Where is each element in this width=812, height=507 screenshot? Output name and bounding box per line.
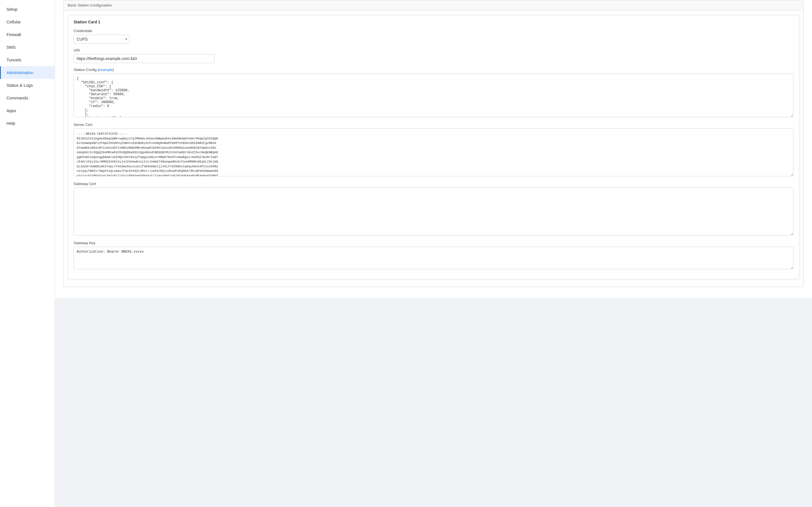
uri-input[interactable] [73, 54, 214, 63]
sidebar-item-setup[interactable]: Setup [0, 3, 55, 15]
station-card-title: Station Card 1 [73, 20, 794, 24]
sidebar-item-administration[interactable]: Administration [0, 66, 55, 79]
main-content: Basic Station Configuration Station Card… [55, 0, 812, 507]
server-cert-field-group: Server Cert -----BEGIN CERTIFICATE----- … [73, 122, 794, 177]
basic-station-config-section: Basic Station Configuration Station Card… [63, 0, 804, 287]
gateway-key-label: Gateway Key [73, 241, 794, 245]
gateway-cert-label: Gateway Cert [73, 182, 794, 186]
example-link[interactable]: example [99, 68, 113, 72]
sidebar-item-commands[interactable]: Commands [0, 92, 55, 104]
sidebar: SetupCellularFirewallSMSTunnelsAdministr… [0, 0, 55, 507]
station-config-field-group: Station Config (example) { "SX1301_conf"… [73, 68, 794, 118]
gateway-cert-field-group: Gateway Cert [73, 182, 794, 236]
section-body: Station Card 1 Credentials CUPSLNSNone ▾ [64, 10, 803, 287]
sidebar-item-sms[interactable]: SMS [0, 41, 55, 54]
sidebar-item-apps[interactable]: Apps [0, 104, 55, 117]
uri-field-group: URI [73, 48, 794, 63]
credentials-select-wrapper: CUPSLNSNone ▾ [73, 35, 130, 44]
uri-label: URI [73, 48, 794, 52]
server-cert-textarea[interactable]: -----BEGIN CERTIFICATE----- MIIDSjCCAjKg… [73, 128, 794, 176]
credentials-select[interactable]: CUPSLNSNone [73, 35, 130, 44]
station-config-textarea[interactable]: { "SX1301_conf": { "chan_FSK": { "bandwi… [73, 73, 794, 117]
station-config-label: Station Config (example) [73, 68, 794, 72]
gateway-key-field-group: Gateway Key Authorization: Bearer NNSXS.… [73, 241, 794, 270]
sidebar-item-help[interactable]: Help [0, 117, 55, 129]
sidebar-item-cellular[interactable]: Cellular [0, 15, 55, 28]
server-cert-label: Server Cert [73, 122, 794, 127]
sidebar-item-tunnels[interactable]: Tunnels [0, 54, 55, 66]
credentials-field-group: Credentials CUPSLNSNone ▾ [73, 29, 794, 44]
gateway-key-textarea[interactable]: Authorization: Bearer NNSXS.xxxxx [73, 247, 794, 269]
gateway-cert-textarea[interactable] [73, 187, 794, 235]
station-card: Station Card 1 Credentials CUPSLNSNone ▾ [68, 15, 799, 279]
sidebar-item-firewall[interactable]: Firewall [0, 28, 55, 41]
credentials-label: Credentials [73, 29, 794, 33]
section-header: Basic Station Configuration [64, 0, 803, 10]
sidebar-item-status-logs[interactable]: Status & Logs [0, 79, 55, 92]
